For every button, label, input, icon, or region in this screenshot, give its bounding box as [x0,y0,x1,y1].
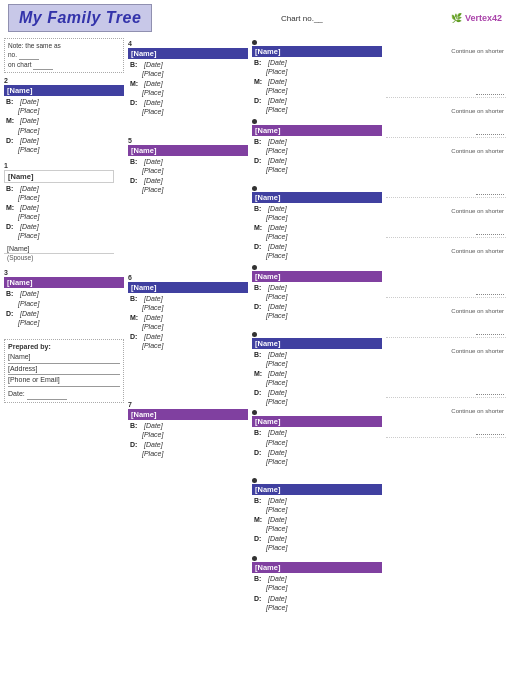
person-7-block: 7 [Name] B:[Date] [Place] D:[Date] [Plac… [128,401,248,458]
person-5-block: 5 [Name] B:[Date] [Place] D:[Date] [Plac… [128,137,248,194]
col4-item-1: Continue on shorter [386,40,506,98]
person-col3-4: [Name] B:[Date] [Place] D:[Date] [Place] [252,265,382,320]
col4-item-6: Continue on shorter [386,300,506,338]
person-7-name-bar: [Name] [128,409,248,420]
col4-item-2: Continue on shorter [386,100,506,138]
person-3-block: 3 [Name] B:[Date] [Place] D:[Date] [Plac… [4,269,124,326]
col4-item-5: Continue on shorter [386,240,506,298]
column-3: [Name] B:[Date] [Place] M:[Date] [Place]… [252,38,382,682]
person-col3-7: [Name] B:[Date] [Place] M:[Date] [Place]… [252,478,382,553]
person-2-block: 2 [Name] B:[Date] [Place] M:[Date] [Plac… [4,77,124,154]
person-6-block: 6 [Name] B:[Date] [Place] M:[Date] [Plac… [128,274,248,351]
col3-p7-name: [Name] [252,484,382,495]
person-3-name-bar: [Name] [4,277,124,288]
person-4-name-bar: [Name] [128,48,248,59]
person-1-spouse: [Name] [4,244,114,254]
person-col3-8: [Name] B:[Date] [Place] D:[Date] [Place] [252,556,382,611]
col3-p2-name: [Name] [252,125,382,136]
column-1: Note: the same as no. on chart 2 [Name] … [4,38,124,682]
prepared-name: [Name] [8,352,120,364]
col3-p6-name: [Name] [252,416,382,427]
person-2-name-bar: [Name] [4,85,124,96]
spouse-label: (Spouse) [4,254,124,261]
column-2: 4 [Name] B:[Date] [Place] M:[Date] [Plac… [128,38,248,682]
person-5-name-bar: [Name] [128,145,248,156]
person-4-block: 4 [Name] B:[Date] [Place] M:[Date] [Plac… [128,40,248,117]
person-col3-3: [Name] B:[Date] [Place] M:[Date] [Place]… [252,186,382,261]
note-box: Note: the same as no. on chart [4,38,124,73]
col4-item-4: Continue on shorter [386,200,506,238]
app-title: My Family Tree [19,9,141,26]
person-1-block: 1 [Name] B:[Date] [Place] M:[Date] [Plac… [4,162,124,262]
column-4: Continue on shorter Continue on shorter … [386,38,506,682]
prepared-address: [Address] [8,364,120,376]
prepared-box: Prepared by: [Name] [Address] [Phone or … [4,339,124,404]
person-1-name-bar: [Name] [4,170,114,183]
header: My Family Tree Chart no.__ 🌿 Vertex42 [0,0,510,36]
main-content: Note: the same as no. on chart 2 [Name] … [0,36,510,684]
title-box: My Family Tree [8,4,152,32]
person-col3-2: [Name] B:[Date] [Place] D:[Date] [Place] [252,119,382,174]
col4-item-8: Continue on shorter [386,400,506,438]
person-col3-6: [Name] B:[Date] [Place] D:[Date] [Place] [252,410,382,465]
col3-p8-name: [Name] [252,562,382,573]
person-6-name-bar: [Name] [128,282,248,293]
col3-p1-name: [Name] [252,46,382,57]
col4-item-7: Continue on shorter [386,340,506,398]
chart-no: Chart no.__ [281,14,323,23]
col3-p5-name: [Name] [252,338,382,349]
person-col3-1: [Name] B:[Date] [Place] M:[Date] [Place]… [252,40,382,115]
prepared-date: Date: [8,389,120,401]
col4-item-3: Continue on shorter [386,140,506,198]
logo: 🌿 Vertex42 [451,13,502,23]
col3-p4-name: [Name] [252,271,382,282]
col3-p3-name: [Name] [252,192,382,203]
prepared-phone: [Phone or Email] [8,375,120,387]
person-col3-5: [Name] B:[Date] [Place] M:[Date] [Place]… [252,332,382,407]
